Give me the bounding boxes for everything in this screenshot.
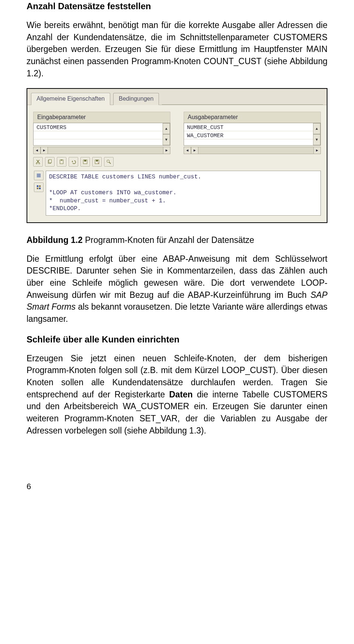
paste-button[interactable] (57, 157, 66, 167)
output-hscroll[interactable]: ◄ ► ► (184, 147, 321, 154)
svg-rect-14 (37, 185, 38, 187)
cut-button[interactable] (33, 157, 43, 167)
search-button[interactable] (104, 157, 114, 167)
code-toolbar (33, 154, 321, 168)
svg-rect-11 (37, 174, 41, 175)
input-hscroll-left[interactable]: ◄ (33, 147, 41, 154)
tab-conditions[interactable]: Bedingungen (113, 93, 159, 105)
output-hscroll-right[interactable]: ► (313, 147, 321, 154)
input-parameters-box: Eingabeparameter CUSTOMERS ▲ ▼ ◄ ► ► (33, 112, 170, 154)
tab-general-properties[interactable]: Allgemeine Eigenschaften (31, 93, 110, 105)
code-line-4: * number_cust = number_cust + 1. (49, 198, 166, 204)
output-row-1[interactable]: NUMBER_CUST (184, 123, 320, 131)
input-row-1[interactable]: CUSTOMERS (34, 123, 170, 131)
figure-text: Programm-Knoten für Anzahl der Datensätz… (83, 235, 254, 245)
abap-code-editor[interactable]: DESCRIBE TABLE customers LINES number_cu… (46, 171, 321, 216)
code-line-1: DESCRIBE TABLE customers LINES number_cu… (49, 174, 201, 180)
svg-rect-12 (37, 175, 41, 176)
output-row-2[interactable]: WA_CUSTOMER (184, 131, 320, 139)
svg-rect-3 (49, 160, 51, 163)
output-hscroll-right-step[interactable]: ► (191, 147, 198, 154)
input-spin-up[interactable]: ▲ (163, 123, 170, 134)
save-button[interactable] (80, 157, 90, 167)
svg-rect-13 (37, 177, 41, 177)
output-parameters-label: Ausgabeparameter (184, 112, 321, 123)
code-line-5: *ENDLOOP. (49, 205, 81, 212)
output-hscroll-track[interactable] (198, 147, 313, 154)
input-hscroll-track[interactable] (48, 147, 163, 154)
heading-schleife: Schleife über alle Kunden einrichten (27, 333, 327, 346)
output-hscroll-left[interactable]: ◄ (184, 147, 191, 154)
input-spin-down[interactable]: ▼ (163, 134, 170, 145)
undo-button[interactable] (69, 157, 78, 167)
svg-rect-16 (37, 188, 38, 189)
tabstrip: Allgemeine Eigenschaften Bedingungen (27, 89, 327, 105)
output-parameters-box: Ausgabeparameter NUMBER_CUST WA_CUSTOMER… (184, 112, 321, 154)
paragraph-intro: Wie bereits erwähnt, benötigt man für di… (27, 19, 327, 79)
copy-button[interactable] (45, 157, 55, 167)
tab-content: Eingabeparameter CUSTOMERS ▲ ▼ ◄ ► ► (27, 105, 327, 222)
line-numbers-button[interactable] (34, 171, 44, 180)
input-row-2[interactable] (34, 131, 170, 139)
output-spin-down[interactable]: ▼ (313, 134, 320, 145)
input-hscroll-right-step[interactable]: ► (41, 147, 48, 154)
input-hscroll[interactable]: ◄ ► ► (33, 147, 170, 154)
p2-part-a: Die Ermittlung erfolgt über eine ABAP-An… (27, 254, 327, 300)
sap-screenshot: Allgemeine Eigenschaften Bedingungen Ein… (27, 88, 327, 223)
svg-rect-17 (39, 188, 41, 189)
paragraph-describe: Die Ermittlung erfolgt über eine ABAP-An… (27, 253, 327, 325)
output-spin-up[interactable]: ▲ (313, 123, 320, 134)
svg-point-10 (107, 160, 110, 163)
svg-rect-9 (96, 160, 98, 161)
page-number: 6 (27, 481, 327, 492)
svg-rect-7 (84, 160, 86, 161)
output-parameters-list[interactable]: NUMBER_CUST WA_CUSTOMER ▲ ▼ (184, 123, 321, 146)
input-hscroll-right[interactable]: ► (163, 147, 170, 154)
paragraph-loop: Erzeugen Sie jetzt einen neuen Schleife-… (27, 352, 327, 437)
heading-anzahl: Anzahl Datensätze feststellen (27, 0, 327, 13)
p3-daten-bold: Daten (169, 390, 193, 399)
svg-rect-15 (39, 185, 41, 187)
svg-rect-5 (61, 160, 62, 161)
save-as-button[interactable] (92, 157, 102, 167)
figure-number: Abbildung 1.2 (27, 235, 83, 245)
pattern-button[interactable] (34, 182, 44, 192)
code-line-3: *LOOP AT customers INTO wa_customer. (49, 189, 177, 196)
figure-caption: Abbildung 1.2 Programm-Knoten für Anzahl… (27, 234, 327, 246)
input-parameters-label: Eingabeparameter (33, 112, 170, 123)
tabstrip-remainder (162, 92, 323, 105)
input-parameters-list[interactable]: CUSTOMERS ▲ ▼ (33, 123, 170, 146)
